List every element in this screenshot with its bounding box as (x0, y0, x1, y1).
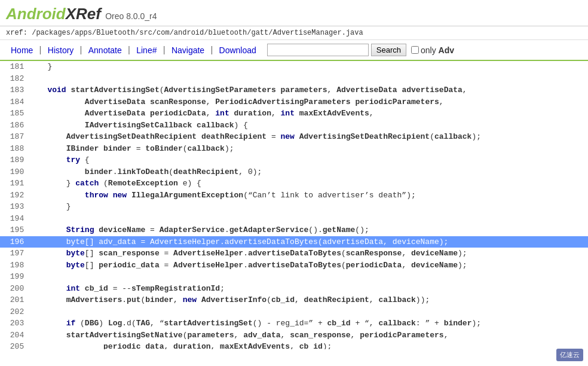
code-area[interactable]: 181 }182183 void startAdvertisingSet(Adv… (0, 61, 588, 349)
nav-history[interactable]: History (43, 45, 79, 55)
table-row: 183 void startAdvertisingSet(Advertising… (0, 84, 588, 96)
table-row: 199 (0, 271, 588, 283)
table-row: 198 byte[] periodic_data = AdvertiseHelp… (0, 260, 588, 272)
navbar: Home | History | Annotate | Line# | Navi… (0, 40, 588, 61)
table-row: 195 String deviceName = AdapterService.g… (0, 224, 588, 236)
code-table: 181 }182183 void startAdvertisingSet(Adv… (0, 61, 588, 349)
search-input[interactable] (267, 44, 369, 56)
only-adv-label: only Adv (421, 45, 454, 55)
nav-line[interactable]: Line# (131, 45, 161, 55)
table-row: 201 mAdvertisers.put(binder, new Adverti… (0, 294, 588, 306)
breadcrumb: xref: /packages/apps/Bluetooth/src/com/a… (0, 26, 588, 40)
table-row: 189 try { (0, 154, 588, 166)
logo-version: Oreo 8.0.0_r4 (105, 11, 157, 21)
search-button[interactable]: Search (371, 44, 406, 56)
nav-download[interactable]: Download (215, 45, 261, 55)
table-row: 192 throw new IllegalArgumentException(“… (0, 190, 588, 202)
table-row: 194 (0, 213, 588, 225)
nav-home[interactable]: Home (6, 45, 38, 55)
table-row: 193 } (0, 201, 588, 213)
nav-navigate[interactable]: Navigate (167, 45, 209, 55)
table-row: 181 } (0, 61, 588, 73)
table-row: 188 IBinder binder = toBinder(callback); (0, 143, 588, 155)
header: AndroidXRef Oreo 8.0.0_r4 (0, 0, 588, 26)
table-row: 185 AdvertiseData periodicData, int dura… (0, 108, 588, 120)
table-row: 190 binder.linkToDeath(deathRecipient, 0… (0, 166, 588, 178)
watermark: 亿速云 (556, 349, 583, 361)
table-row: 187 AdvertisingSetDeathRecipient deathRe… (0, 131, 588, 143)
table-row: 186 IAdvertisingSetCallback callback) { (0, 120, 588, 132)
logo: AndroidXRef Oreo 8.0.0_r4 (6, 5, 582, 23)
table-row: 200 int cb_id = --sTempRegistrationId; (0, 283, 588, 295)
nav-annotate[interactable]: Annotate (84, 45, 127, 55)
only-adv-checkbox[interactable] (411, 46, 419, 54)
table-row: 203 if (DBG) Log.d(TAG, “startAdvertisin… (0, 318, 588, 330)
table-row: 184 AdvertiseData scanResponse, Periodic… (0, 96, 588, 108)
table-row: 197 byte[] scan_response = AdvertiseHelp… (0, 248, 588, 260)
table-row: 204 startAdvertisingSetNative(parameters… (0, 330, 588, 341)
table-row: 205 periodic_data, duration, maxExtAdvEv… (0, 341, 588, 349)
watermark-text: 亿速云 (556, 349, 583, 361)
table-row: 202 (0, 306, 588, 318)
table-row: 196 byte[] adv_data = AdvertiseHelper.ad… (0, 236, 588, 248)
logo-android: Android (6, 5, 66, 23)
logo-xref: XRef (66, 5, 101, 23)
table-row: 182 (0, 73, 588, 85)
table-row: 191 } catch (RemoteException e) { (0, 178, 588, 190)
